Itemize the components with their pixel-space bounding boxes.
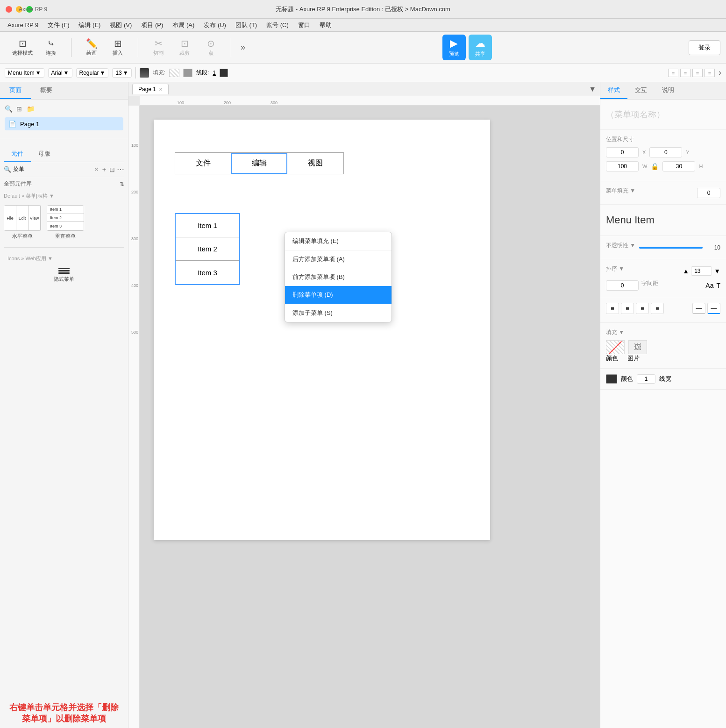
- propbar-more-btn[interactable]: ›: [719, 68, 721, 78]
- connect-button[interactable]: ⤷ 连接: [39, 37, 63, 58]
- page-item-page1[interactable]: 📄 Page 1: [5, 117, 123, 130]
- preview-button[interactable]: ▶ 预览: [442, 35, 466, 60]
- align-center-btn[interactable]: ≡: [680, 69, 690, 77]
- font-color-swatch[interactable]: [140, 68, 149, 78]
- y-input[interactable]: [649, 147, 682, 157]
- align-right-text-btn[interactable]: ≡: [636, 303, 649, 314]
- ruler-mark-100: 100: [177, 100, 184, 105]
- fill-section-label[interactable]: 填充 ▼: [606, 328, 720, 336]
- right-tab-interact[interactable]: 交互: [627, 82, 655, 99]
- ctx-add-before[interactable]: 前方添加菜单项 (B): [285, 268, 391, 286]
- select-mode-button[interactable]: ⊡ 选择模式: [8, 37, 36, 58]
- align-left-btn[interactable]: ≡: [668, 69, 678, 77]
- right-tab-notes[interactable]: 说明: [655, 82, 682, 99]
- tab-outline[interactable]: 概要: [31, 82, 62, 99]
- more-tools-button[interactable]: »: [241, 43, 245, 52]
- crop-button[interactable]: ⊡ 裁剪: [173, 37, 196, 58]
- opacity-slider[interactable]: [639, 247, 703, 249]
- h-menu-cell-file[interactable]: 文件: [175, 153, 231, 174]
- tab-pages[interactable]: 页面: [0, 82, 31, 99]
- style-dropdown[interactable]: Regular ▼: [76, 68, 109, 78]
- menu-fill-label[interactable]: 菜单填充 ▼: [606, 187, 635, 195]
- menu-project[interactable]: 项目 (P): [137, 20, 167, 30]
- font-down-icon[interactable]: ▼: [714, 267, 720, 275]
- comp-item-hmenu[interactable]: File Edit View 水平菜单: [4, 205, 41, 240]
- ctx-add-submenu[interactable]: 添加子菜单 (S): [285, 304, 391, 322]
- hidden-menu-item[interactable]: 隐式菜单: [7, 268, 121, 283]
- v-menu-cell-item1[interactable]: Item 1: [176, 214, 239, 237]
- ctx-edit-fill[interactable]: 编辑菜单填充 (E): [285, 232, 391, 250]
- x-input[interactable]: [606, 147, 639, 157]
- line-color-swatch[interactable]: [606, 374, 617, 384]
- line-style-2-btn[interactable]: —: [707, 303, 720, 314]
- font-dropdown[interactable]: Arial ▼: [48, 68, 72, 78]
- v-menu-cell-item3[interactable]: Item 3: [176, 261, 239, 284]
- sort-label[interactable]: 排序 ▼: [606, 265, 624, 273]
- clear-search-btn[interactable]: ✕: [94, 166, 99, 173]
- duplicate-comp-btn[interactable]: ⊡: [109, 166, 115, 173]
- comp-tab-masters[interactable]: 母版: [31, 147, 58, 162]
- add-page-btn[interactable]: ⊞: [15, 104, 23, 114]
- folder-btn[interactable]: 📁: [26, 104, 36, 114]
- menu-publish[interactable]: 发布 (U): [200, 20, 230, 30]
- more-comp-btn[interactable]: ⋯: [117, 165, 124, 174]
- point-button[interactable]: ⊙ 点: [199, 37, 222, 58]
- fill-color-solid[interactable]: [183, 69, 192, 77]
- comp-search-input[interactable]: [13, 166, 92, 173]
- line-style-1-btn[interactable]: —: [692, 303, 705, 314]
- close-window-btn[interactable]: [6, 6, 12, 13]
- align-left-text-btn[interactable]: ≡: [606, 303, 619, 314]
- opacity-label[interactable]: 不透明性 ▼: [606, 242, 635, 250]
- align-center-text-btn[interactable]: ≡: [621, 303, 634, 314]
- canvas-dropdown-btn[interactable]: ▼: [589, 85, 596, 93]
- menu-view[interactable]: 视图 (V): [106, 20, 135, 30]
- menu-axure[interactable]: Axure RP 9: [4, 21, 42, 29]
- fill-color-swatch[interactable]: [169, 69, 179, 77]
- canvas-tab-close[interactable]: ✕: [159, 87, 163, 92]
- ctx-delete-item[interactable]: 删除菜单项 (D): [285, 286, 391, 304]
- insert-button[interactable]: ⊞ 插入: [106, 37, 129, 58]
- add-comp-btn[interactable]: ＋: [101, 165, 107, 174]
- login-button[interactable]: 登录: [689, 40, 720, 55]
- size-dropdown[interactable]: 13 ▼: [112, 68, 131, 78]
- menu-help[interactable]: 帮助: [316, 20, 335, 30]
- share-button[interactable]: ☁ 共享: [469, 35, 492, 60]
- align-justify-btn[interactable]: ≡: [705, 69, 715, 77]
- menu-team[interactable]: 团队 (T): [232, 20, 261, 30]
- menu-window[interactable]: 窗口: [294, 20, 314, 30]
- menu-account[interactable]: 账号 (C): [263, 20, 292, 30]
- ruler-mark-300: 300: [270, 100, 278, 105]
- menu-fill-input[interactable]: [697, 188, 720, 198]
- fill-color-thumb[interactable]: [606, 340, 625, 354]
- h-menu-cell-view[interactable]: 视图: [287, 153, 343, 174]
- v-menu-cell-item2[interactable]: Item 2: [176, 237, 239, 261]
- canvas-tab-page1[interactable]: Page 1 ✕: [132, 84, 169, 94]
- menu-edit[interactable]: 编辑 (E): [75, 20, 104, 30]
- comp-sublabel[interactable]: Default » 菜单|表格 ▼: [4, 191, 124, 201]
- font-up-icon[interactable]: ▲: [683, 267, 689, 275]
- menu-layout[interactable]: 布局 (A): [169, 20, 198, 30]
- component-type-dropdown[interactable]: Menu Item ▼: [5, 68, 44, 78]
- align-justify-text-btn[interactable]: ≡: [651, 303, 664, 314]
- component-name-placeholder[interactable]: （菜单项名称）: [606, 105, 720, 124]
- align-right-btn[interactable]: ≡: [692, 69, 703, 77]
- w-input[interactable]: [606, 161, 639, 171]
- comp-item-vmenu[interactable]: Item 1 Item 2 Item 3 垂直菜单: [47, 205, 84, 240]
- comp-tab-widgets[interactable]: 元件: [4, 147, 31, 162]
- draw-button[interactable]: ✏️ 绘画: [80, 37, 103, 58]
- icons-label[interactable]: Icons » Web应用 ▼: [7, 253, 121, 264]
- h-input[interactable]: [662, 161, 695, 171]
- stroke-color-swatch[interactable]: [220, 69, 228, 77]
- lock-icon[interactable]: 🔒: [651, 163, 659, 170]
- ctx-add-after[interactable]: 后方添加菜单项 (A): [285, 250, 391, 268]
- cut-button[interactable]: ✂ 切割: [147, 37, 170, 58]
- menu-file[interactable]: 文件 (F): [44, 20, 73, 30]
- font-size-input[interactable]: [691, 266, 712, 276]
- char-spacing-input[interactable]: [606, 280, 639, 291]
- h-menu-cell-edit[interactable]: 编辑: [231, 153, 287, 174]
- hidden-menu-label: 隐式菜单: [54, 276, 74, 283]
- line-width-input[interactable]: [637, 374, 655, 384]
- library-sort-icon[interactable]: ⇅: [120, 181, 124, 187]
- fill-image-thumb[interactable]: 🖼: [628, 340, 647, 354]
- right-tab-style[interactable]: 样式: [600, 82, 627, 99]
